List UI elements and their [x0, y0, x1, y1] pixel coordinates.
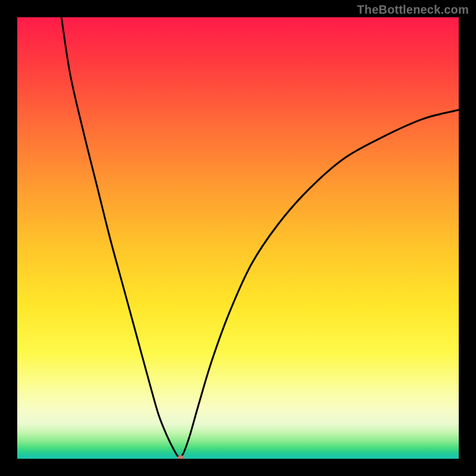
plot-area [17, 17, 459, 459]
bottleneck-curve [61, 17, 459, 457]
curve-svg [17, 17, 459, 459]
watermark-text: TheBottleneck.com [357, 3, 469, 17]
chart-container: TheBottleneck.com [0, 0, 476, 476]
minimum-marker [177, 455, 184, 459]
